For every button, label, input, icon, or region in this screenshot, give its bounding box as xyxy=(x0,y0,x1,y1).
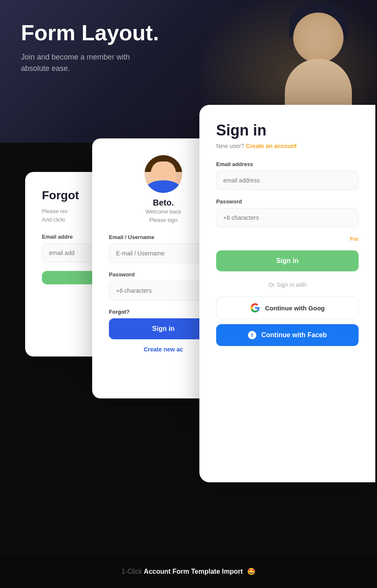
google-icon xyxy=(250,303,260,313)
google-signin-button[interactable]: Continue with Goog xyxy=(216,297,359,319)
signin-forgot-link[interactable]: For xyxy=(216,236,359,242)
signin-button[interactable]: Sign in xyxy=(216,250,359,271)
google-button-label: Continue with Goog xyxy=(265,304,325,312)
avatar-name: Beto. xyxy=(153,198,174,208)
signin-password-input[interactable] xyxy=(216,208,359,227)
create-account-link[interactable]: Create an account xyxy=(246,143,297,149)
facebook-signin-button[interactable]: f Continue with Faceb xyxy=(216,324,359,346)
bottom-bar-strong: Account Form Template Import xyxy=(144,568,243,575)
facebook-icon: f xyxy=(248,331,256,339)
hero-subtitle: Join and become a member with absolute e… xyxy=(21,52,138,74)
signin-email-label: Email address xyxy=(216,161,359,167)
hero-title: Form Layout. xyxy=(21,21,159,45)
bottom-bar-emoji: 🤩 xyxy=(247,568,256,575)
avatar-welcome-text: Welcome back Please sign xyxy=(145,208,181,224)
or-divider: Or Sign in with xyxy=(216,281,359,288)
bottom-bar-text: 1-Click Account Form Template Import 🤩 xyxy=(121,567,256,575)
avatar-shirt xyxy=(147,180,180,193)
hero-head-shape xyxy=(293,13,343,63)
signin-title: Sign in xyxy=(216,122,359,139)
new-user-text: New user? Create an account xyxy=(216,143,359,149)
hero-text-block: Form Layout. Join and become a member wi… xyxy=(21,21,159,74)
signin-password-label: Password xyxy=(216,198,359,205)
bottom-bar: 1-Click Account Form Template Import 🤩 xyxy=(0,554,377,588)
cards-area: Forgot Please rev And clicki Email addre… xyxy=(0,105,377,524)
facebook-button-label: Continue with Faceb xyxy=(261,331,327,339)
signin-email-input[interactable] xyxy=(216,171,359,190)
signin-card: Sign in New user? Create an account Emai… xyxy=(199,105,375,482)
avatar xyxy=(145,155,182,193)
